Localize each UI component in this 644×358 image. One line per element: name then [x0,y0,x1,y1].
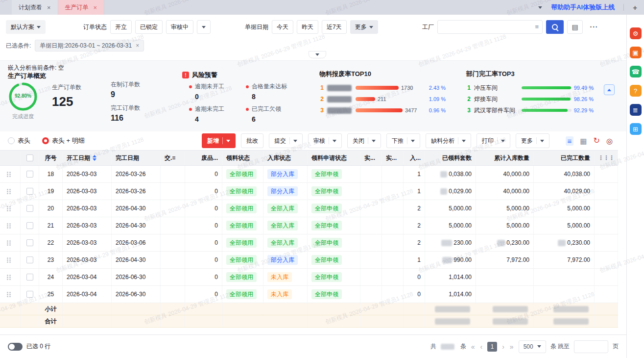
split-screen-icon[interactable]: + [633,3,637,12]
add-button[interactable]: 新增 [202,133,236,148]
help-icon[interactable]: ? [630,85,642,97]
date-option-today[interactable]: 今天 [272,20,293,34]
robot-assistant-icon[interactable]: ⚙ [630,27,642,39]
search-button[interactable] [546,20,564,34]
row-drag-handle[interactable] [0,234,21,251]
table-row[interactable]: 182026-03-032026-03-260全部领用部分入库全部申领10,03… [0,166,618,183]
date-more-button[interactable]: 更多 [350,20,378,34]
list-picker-icon[interactable]: ≡ [535,23,539,30]
close-icon[interactable]: × [94,4,97,11]
row-checkbox[interactable] [21,183,39,200]
saved-filter-button[interactable]: ▤ [567,20,583,34]
ellipsis-icon: ··· [590,23,598,31]
cell-scrap: 0 [185,200,222,217]
collapse-filter-button[interactable] [309,51,326,58]
row-checkbox[interactable] [21,200,39,217]
scheme-select[interactable]: 默认方案 [6,20,46,34]
date-option-yesterday[interactable]: 昨天 [297,20,318,34]
tab-production-order[interactable]: 生产订单 × [58,0,105,15]
current-page[interactable]: 1 [487,342,497,352]
next-page-button[interactable]: › [501,343,505,351]
status-option-locked[interactable]: 已锁定 [135,20,163,34]
chevron-down-icon [369,26,373,28]
prev-page-button[interactable]: ‹ [479,343,483,351]
table-row[interactable]: 192026-03-032026-03-260全部领用部分入库全部申领10,02… [0,183,618,200]
tab-plan-view[interactable]: 计划查看 × [12,0,58,15]
sort-icon[interactable] [93,155,96,161]
toolbar-button-7[interactable]: 更多 [516,133,549,148]
table-row[interactable]: 212026-03-032026-04-300全部领用全部入库全部申领25,00… [0,217,618,234]
date-filter-tag[interactable]: 单据日期:2026-03-01 ~ 2026-03-31 × [35,40,144,51]
toolbar-button-6[interactable]: 打印 [477,133,510,148]
remove-tag-icon[interactable]: × [136,42,139,49]
page-size-select[interactable]: 500 [519,340,546,353]
table-row[interactable]: 242026-03-042026-06-300全部领用未入库全部申领01,014… [0,269,618,286]
table-row[interactable]: 222026-03-032026-03-060全部领用全部入库全部申领2230.… [0,234,618,252]
package-icon[interactable]: ▣ [630,47,642,58]
select-all-checkbox[interactable] [21,151,39,165]
row-checkbox[interactable] [21,166,39,182]
date-option-7days[interactable]: 近7天 [322,20,347,34]
column-header-done[interactable]: 已完工数量 [534,151,595,165]
list-view-icon[interactable]: ≡ [566,136,574,146]
table-row[interactable]: 202026-03-032026-04-300全部领用全部入库全部申领25,00… [0,200,618,217]
row-checkbox[interactable] [21,286,39,303]
factory-input[interactable]: ≡ [437,20,543,34]
tabs-dropdown-icon[interactable] [538,6,542,9]
toolbar-button-0[interactable]: 批改 [241,133,263,148]
embed-condition-text: 嵌入分析当前条件: 空 [8,64,64,72]
column-header-start[interactable]: 开工日期 [63,151,112,165]
row-drag-handle[interactable] [0,217,21,234]
support-headset-icon[interactable]: ☎ [630,66,642,77]
collapse-analytics-button[interactable] [604,84,615,95]
column-header-pick[interactable]: 领料状态 [222,151,263,165]
column-header-inq[interactable]: 入... [404,151,425,165]
column-header-apply[interactable]: 领料申请状态 [308,151,360,165]
settings-target-icon[interactable]: ◎ [606,137,613,145]
row-drag-handle[interactable] [0,286,21,303]
card-view-icon[interactable]: ▦ [580,137,587,145]
help-assistant-link[interactable]: 帮助助手AI体验版上线 [551,3,615,12]
row-drag-handle[interactable] [0,269,21,285]
status-option-open[interactable]: 开立 [110,20,132,34]
column-header-scrap[interactable]: 废品... [185,151,222,165]
row-checkbox[interactable] [21,269,39,285]
table-row[interactable]: 232026-03-032026-04-300全部领用部分入库全部申领1990.… [0,252,618,269]
docs-icon[interactable]: ≣ [630,104,642,116]
last-page-button[interactable]: » [509,343,514,351]
row-drag-handle[interactable] [0,252,21,268]
toolbar-button-1[interactable]: 提交 [269,133,303,148]
refresh-icon[interactable]: ↻ [594,137,600,145]
toolbar-button-2[interactable]: 审核 [308,133,342,148]
apps-icon[interactable]: ⊞ [630,123,642,135]
toolbar-button-3[interactable]: 关闭 [347,133,381,148]
column-header-seq[interactable]: 序号 [39,151,63,165]
column-header-end[interactable]: 完工日期 [112,151,161,165]
table-row[interactable]: 252026-03-042026-06-300全部领用未入库全部申领01,014… [0,286,618,303]
more-actions-button[interactable]: ··· [586,20,602,34]
selected-rows-toggle[interactable] [8,343,23,351]
status-option-auditing[interactable]: 审核中 [166,20,193,34]
toolbar-button-4[interactable]: 下推 [386,133,420,148]
column-header-act1[interactable]: 实... [360,151,382,165]
radio-header-only[interactable]: 表头 [8,136,30,145]
column-header-sets[interactable]: 已领料套数 [425,151,476,165]
row-checkbox[interactable] [21,234,39,251]
column-header-act2[interactable]: 实... [382,151,404,165]
column-header-cum[interactable]: 累计入库数量 [476,151,534,165]
status-more-button[interactable] [197,20,211,34]
radio-header-detail[interactable]: 表头 + 明细 [42,136,85,145]
row-checkbox[interactable] [21,217,39,234]
row-drag-handle[interactable] [0,166,21,182]
jump-page-input[interactable] [574,340,608,353]
toolbar-button-5[interactable]: 缺料分析 [426,133,471,148]
row-drag-handle[interactable] [0,200,21,217]
column-header-stock[interactable]: 入库状态 [263,151,308,165]
first-page-button[interactable]: « [471,343,476,351]
row-drag-handle[interactable] [0,183,21,200]
total-prefix: 共 [430,342,436,351]
row-checkbox[interactable] [21,252,39,268]
column-settings-icon[interactable]: ⋮⋮⋮ [595,151,618,165]
column-header-delivery[interactable]: 交.≡ [161,151,185,165]
close-icon[interactable]: × [47,4,51,11]
